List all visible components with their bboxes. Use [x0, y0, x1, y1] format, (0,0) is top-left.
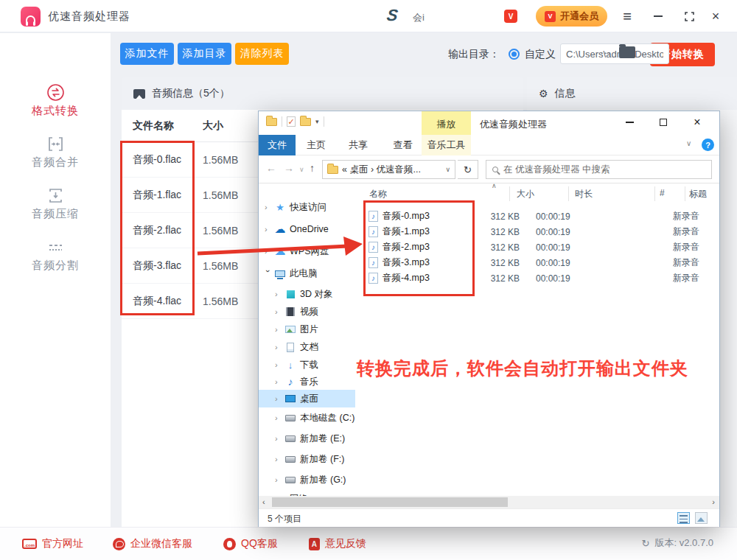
- explorer-maximize-button[interactable]: [651, 111, 676, 133]
- maximize-button[interactable]: [680, 7, 699, 25]
- dot-com-icon: .com: [22, 539, 37, 549]
- link-label: 官方网址: [42, 537, 83, 550]
- tab-home[interactable]: 主页: [299, 135, 333, 155]
- app-footer: .com 官方网址 企业微信客服 QQ客服 A 意见反馈: [0, 527, 737, 560]
- ribbon-collapse-icon[interactable]: ∨: [686, 139, 691, 147]
- tree-item-volume-f[interactable]: ›新加卷 (F:): [259, 450, 355, 468]
- back-icon[interactable]: ←: [266, 162, 276, 174]
- scroll-left-icon[interactable]: ‹: [262, 497, 265, 506]
- sidebar-item-audio-compress[interactable]: 音频压缩: [0, 186, 111, 223]
- tree-item-music[interactable]: ›音乐: [259, 373, 355, 391]
- recent-dropdown-icon[interactable]: ∨: [299, 166, 304, 173]
- tree-item-local-disk-c[interactable]: ›本地磁盘 (C:): [259, 409, 355, 427]
- sidebar-item-audio-split[interactable]: 音频分割: [0, 238, 111, 275]
- column-duration[interactable]: 时长: [575, 188, 593, 200]
- minimize-button[interactable]: [649, 7, 668, 25]
- open-vip-label: 开通会员: [560, 10, 598, 23]
- tab-view[interactable]: 查看: [386, 135, 420, 155]
- screen: 优速音频处理器 S 会i V V 开通会员 ≡ × 格式转换: [0, 0, 737, 560]
- file-list: ∧ 名称 大小 时长 # 标题 ♪ 音频-0.mp3312 KB 00:00:1…: [357, 183, 719, 496]
- update-check-icon[interactable]: ↻: [642, 538, 650, 549]
- folder-icon: [327, 166, 338, 174]
- browse-more-button[interactable]: ···: [600, 46, 611, 58]
- file-row[interactable]: ♪ 音频-2.mp3312 KB 00:00:19新录音: [357, 239, 719, 255]
- custom-radio-label: 自定义: [525, 48, 556, 61]
- column-size[interactable]: 大小: [517, 188, 534, 200]
- custom-radio[interactable]: [509, 49, 520, 60]
- clear-list-button[interactable]: 清除列表: [235, 43, 289, 65]
- details-view-button[interactable]: [677, 512, 690, 524]
- add-directory-button[interactable]: 添加目录: [178, 43, 231, 65]
- tree-item-downloads[interactable]: ›下载: [259, 356, 355, 374]
- tree-item-volume-g[interactable]: ›新加卷 (G:): [259, 471, 355, 489]
- help-button[interactable]: ?: [702, 139, 714, 151]
- tree-item-pictures[interactable]: ›图片: [259, 321, 355, 338]
- tab-share[interactable]: 共享: [341, 135, 375, 155]
- qq-support-link[interactable]: QQ客服: [223, 537, 278, 550]
- tree-item-videos[interactable]: ›视频: [259, 303, 355, 321]
- version-info: ↻ 版本: v2.0.7.0: [642, 536, 713, 550]
- tree-item-network[interactable]: ›网络: [259, 490, 355, 496]
- search-icon: [492, 167, 498, 172]
- tree-item-wps-drive[interactable]: ›WPS网盘: [259, 242, 355, 260]
- audio-split-icon: [46, 238, 65, 256]
- explorer-minimize-button[interactable]: [617, 111, 642, 133]
- qat-dropdown-icon[interactable]: ▾: [315, 118, 319, 125]
- disk-icon: [284, 474, 296, 486]
- file-row[interactable]: ♪ 音频-0.mp3312 KB 00:00:19新录音: [357, 209, 719, 224]
- explorer-close-button[interactable]: ×: [685, 111, 710, 133]
- tree-item-3d-objects[interactable]: ›3D 对象: [259, 285, 355, 303]
- audio-file-icon: ♪: [368, 273, 378, 284]
- column-title[interactable]: 标题: [689, 188, 707, 200]
- ribbon-tabs: 文件 主页 共享 查看 音乐工具 ∨ ?: [259, 135, 719, 155]
- wechat-support-link[interactable]: 企业微信客服: [113, 537, 192, 550]
- close-button[interactable]: ×: [706, 7, 725, 25]
- horizontal-scrollbar[interactable]: ‹ ›: [259, 496, 719, 508]
- file-row[interactable]: ♪ 音频-1.mp3312 KB 00:00:19新录音: [357, 224, 719, 239]
- properties-check-icon[interactable]: ✓: [287, 116, 296, 127]
- tab-music-tools[interactable]: 音乐工具: [422, 135, 471, 155]
- scrollbar-thumb[interactable]: [272, 497, 508, 507]
- feedback-link[interactable]: A 意见反馈: [309, 537, 366, 550]
- audio-file-icon: ♪: [368, 242, 378, 253]
- tree-item-documents[interactable]: ›文档: [259, 338, 355, 356]
- gear-icon: ⚙: [539, 88, 548, 99]
- sidebar-item-format-convert[interactable]: 格式转换: [0, 83, 111, 120]
- scroll-right-icon[interactable]: ›: [712, 497, 715, 506]
- file-row[interactable]: ♪ 音频-4.mp3312 KB 00:00:19新录音: [357, 270, 719, 286]
- tree-item-volume-e[interactable]: ›新加卷 (E:): [259, 430, 355, 447]
- sidebar-item-audio-merge[interactable]: 音频合并: [0, 135, 111, 172]
- vip-badge-icon[interactable]: V: [504, 10, 517, 23]
- sidebar-item-label: 音频压缩: [0, 207, 111, 221]
- play-context-tab[interactable]: 播放: [422, 111, 471, 135]
- audio-compress-icon: [46, 186, 65, 205]
- folder-icon[interactable]: [266, 118, 277, 126]
- tab-file[interactable]: 文件: [259, 135, 296, 155]
- output-dir-label: 输出目录：: [448, 48, 500, 61]
- tree-item-desktop[interactable]: ›桌面: [259, 390, 355, 407]
- forward-icon[interactable]: →: [284, 162, 294, 174]
- official-site-link[interactable]: .com 官方网址: [22, 537, 83, 550]
- new-folder-icon[interactable]: [300, 118, 311, 126]
- up-icon[interactable]: ↑: [310, 162, 315, 174]
- breadcrumb[interactable]: « 桌面 › 优速音频...: [342, 164, 441, 176]
- column-name[interactable]: 名称: [369, 188, 387, 200]
- output-path-input[interactable]: [560, 43, 669, 64]
- thumbnail-view-button[interactable]: [695, 512, 708, 524]
- address-dropdown-icon[interactable]: ∨: [445, 166, 450, 173]
- account-label[interactable]: 会i: [413, 11, 425, 24]
- add-file-button[interactable]: 添加文件: [120, 43, 174, 65]
- file-row[interactable]: ♪ 音频-3.mp3312 KB 00:00:19新录音: [357, 255, 719, 270]
- tree-item-onedrive[interactable]: ›OneDrive: [259, 220, 355, 238]
- tree-item-quick-access[interactable]: ›快速访问: [259, 198, 355, 216]
- menu-icon[interactable]: ≡: [618, 7, 637, 25]
- address-input[interactable]: « 桌面 › 优速音频... ∨: [322, 160, 455, 179]
- open-vip-button[interactable]: V 开通会员: [536, 6, 607, 27]
- tree-item-this-pc[interactable]: ›此电脑: [259, 265, 355, 282]
- search-input[interactable]: 在 优速音频处理器 中搜索: [486, 160, 712, 179]
- refresh-button[interactable]: ↻: [458, 160, 478, 179]
- quick-access-toolbar: ✓ ▾: [266, 116, 324, 127]
- audio-file-icon: ♪: [368, 257, 378, 268]
- open-folder-icon[interactable]: [619, 46, 635, 58]
- column-number[interactable]: #: [660, 188, 665, 198]
